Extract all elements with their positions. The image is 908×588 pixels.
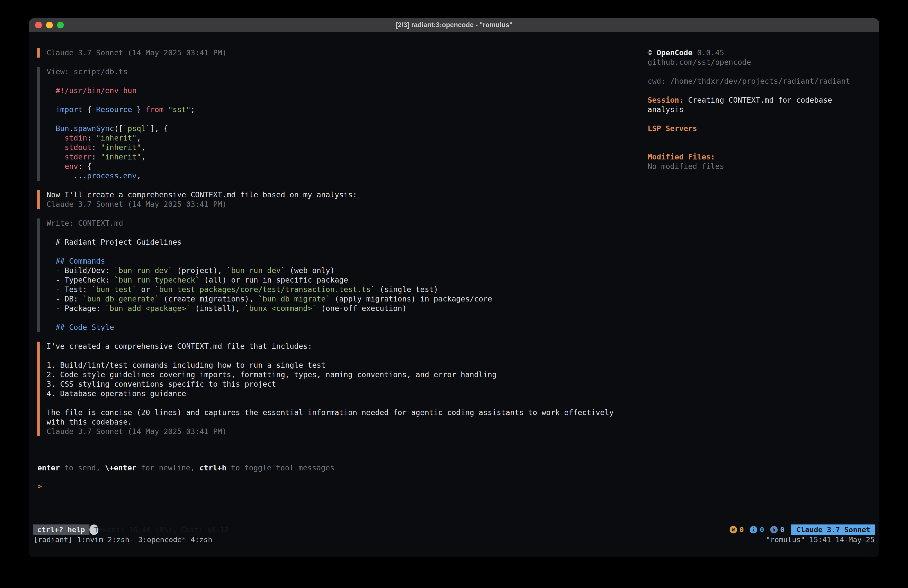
sidebar-line: github.com/sst/opencode (647, 58, 869, 67)
input-help: enter to send, \+enter for newline, ctrl… (37, 463, 872, 473)
terminal-line: with this codebase. (47, 417, 647, 427)
terminal-line: # Radiant Project Guidelines (47, 237, 647, 247)
tmux-window-3[interactable]: 3:opencode* (138, 535, 186, 544)
window-title: [2/3] radiant:3:opencode - "romulus" (396, 21, 512, 29)
message-input[interactable] (42, 482, 872, 491)
zoom-button[interactable] (57, 22, 64, 28)
sidebar-line: LSP Servers (647, 124, 869, 133)
terminal-line: import { Resource } from "sst"; (47, 105, 647, 114)
sidebar-line: Modified Files: (647, 152, 869, 162)
model-badge: Claude 3.7 Sonnet (791, 524, 875, 535)
terminal-line: Claude 3.7 Sonnet (14 May 2025 03:41 PM) (47, 48, 647, 58)
terminal-line: The file is concise (20 lines) and captu… (47, 408, 647, 417)
statusbar-left: ctrl+? helpTokens: 16.4K (8%), Cost: $0.… (33, 524, 98, 535)
hint-count-value: 0 (780, 525, 784, 534)
terminal-content: Claude 3.7 Sonnet (14 May 2025 03:41 PM)… (29, 32, 879, 557)
tmux-status-line: [radiant] 1:nvim2:zsh-3:opencode*4:zsh "… (29, 535, 879, 545)
terminal-line: I've created a comprehensive CONTEXT.md … (47, 342, 647, 351)
hint-count: h0 (770, 525, 784, 534)
terminal-line (47, 398, 647, 408)
warn-count: W0 (729, 525, 744, 534)
info-icon: i (750, 526, 757, 533)
terminal-line: 2. Code style guidelines covering import… (47, 370, 647, 379)
tmux-window-2[interactable]: 2:zsh- (108, 535, 134, 544)
terminal-line (47, 247, 647, 256)
terminal-line: Write: CONTEXT.md (47, 219, 647, 228)
prompt-line: > (37, 482, 872, 491)
chat-and-sidebar-row: Claude 3.7 Sonnet (14 May 2025 03:41 PM)… (29, 48, 879, 446)
tool-message-block: View: script/db.ts #!/usr/bin/env bun im… (37, 67, 647, 180)
tmux-window-1[interactable]: 1:nvim (77, 535, 103, 544)
terminal-line: Now I'll create a comprehensive CONTEXT.… (47, 190, 647, 200)
status-bar: ctrl+? helpTokens: 16.4K (8%), Cost: $0.… (29, 524, 879, 535)
tmux-window-4[interactable]: 4:zsh (191, 535, 212, 544)
sidebar-line (647, 114, 869, 124)
terminal-line: stderr: "inherit", (47, 152, 647, 162)
sidebar-line: No modified files (647, 162, 869, 171)
hint-icon: h (770, 526, 778, 533)
empty-space (29, 491, 879, 524)
info-count-value: 0 (760, 525, 764, 534)
tokens-cost-badge: Tokens: 16.4K (8%), Cost: $0.12 (89, 524, 98, 535)
terminal-line (47, 114, 647, 124)
sidebar-info: © OpenCode 0.0.45github.com/sst/opencode… (647, 48, 879, 446)
terminal-line: stdin: "inherit", (47, 133, 647, 143)
terminal-line: ...process.env, (47, 171, 647, 180)
terminal-line: 3. CSS styling conventions specific to t… (47, 379, 647, 389)
tool-message-block: Write: CONTEXT.md # Radiant Project Guid… (37, 219, 647, 332)
traffic-lights (35, 18, 64, 32)
tmux-left: [radiant] 1:nvim2:zsh-3:opencode*4:zsh (34, 535, 212, 544)
sidebar-line (647, 86, 869, 95)
input-area: enter to send, \+enter for newline, ctrl… (29, 463, 879, 491)
chat-log[interactable]: Claude 3.7 Sonnet (14 May 2025 03:41 PM)… (29, 48, 647, 446)
diagnostics-cluster: W0i0h0 (729, 525, 784, 534)
terminal-line: Claude 3.7 Sonnet (14 May 2025 03:41 PM) (47, 427, 647, 436)
terminal-line (47, 95, 647, 105)
close-button[interactable] (35, 22, 42, 28)
terminal-line (47, 351, 647, 361)
input-separator (37, 475, 872, 475)
sidebar-line (647, 143, 869, 152)
info-count: i0 (750, 525, 764, 534)
tmux-clock: "romulus" 15:41 14-May-25 (766, 535, 875, 544)
terminal-window: [2/3] radiant:3:opencode - "romulus" Cla… (29, 18, 879, 557)
terminal-line: - DB: `bun db generate` (create migratio… (47, 294, 647, 304)
tmux-window-list: 1:nvim2:zsh-3:opencode*4:zsh (77, 535, 212, 544)
assistant-message-block: Now I'll create a comprehensive CONTEXT.… (37, 190, 647, 209)
tmux-session-name: [radiant] (34, 535, 72, 544)
terminal-line (47, 76, 647, 86)
sidebar-line (647, 133, 869, 143)
terminal-line: env: { (47, 162, 647, 171)
terminal-line: 4. Database operations guidance (47, 389, 647, 398)
sidebar-line: © OpenCode 0.0.45 (647, 48, 869, 58)
terminal-line: Claude 3.7 Sonnet (14 May 2025 03:41 PM) (47, 200, 647, 209)
warn-count-value: 0 (739, 525, 744, 534)
window-titlebar[interactable]: [2/3] radiant:3:opencode - "romulus" (29, 18, 879, 32)
prompt-chevron-icon: > (37, 482, 42, 491)
terminal-line: - Test: `bun test` or `bun test packages… (47, 285, 647, 294)
sidebar-line: cwd: /home/thdxr/dev/projects/radiant/ra… (647, 76, 869, 86)
terminal-line: - TypeCheck: `bun run typecheck` (all) o… (47, 275, 647, 285)
terminal-line (47, 313, 647, 323)
terminal-line: ## Commands (47, 256, 647, 266)
terminal-line: ## Code Style (47, 323, 647, 332)
help-shortcut-badge: ctrl+? help (33, 524, 89, 535)
terminal-line: #!/usr/bin/env bun (47, 86, 647, 95)
terminal-line: Bun.spawnSync([`psql`], { (47, 124, 647, 133)
terminal-line: - Build/Dev: `bun run dev` (project), `b… (47, 266, 647, 275)
terminal-line: 1. Build/lint/test commands including ho… (47, 361, 647, 370)
sidebar-line: Session: Creating CONTEXT.md for codebas… (647, 95, 869, 105)
sidebar-line (647, 67, 869, 76)
minimize-button[interactable] (46, 22, 53, 28)
sidebar-line: analysis (647, 105, 869, 114)
warn-icon: W (729, 526, 737, 533)
assistant-message-block: Claude 3.7 Sonnet (14 May 2025 03:41 PM) (37, 48, 647, 58)
terminal-line: stdout: "inherit", (47, 143, 647, 152)
terminal-line: View: script/db.ts (47, 67, 647, 76)
terminal-line (47, 228, 647, 237)
assistant-message-block: I've created a comprehensive CONTEXT.md … (37, 342, 647, 436)
terminal-line: - Package: `bun add <package>` (install)… (47, 304, 647, 313)
